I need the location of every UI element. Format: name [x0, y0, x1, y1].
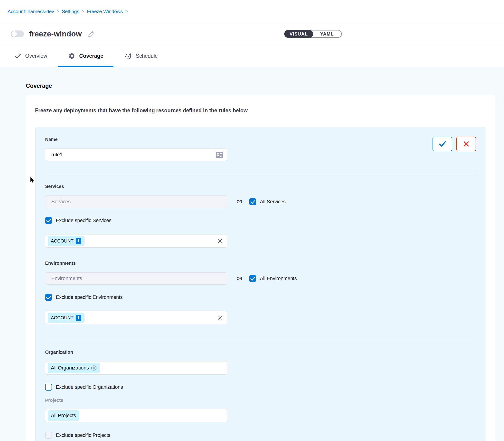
projects-label: Projects [45, 397, 476, 403]
services-input[interactable] [45, 195, 227, 208]
toggle-knob [11, 31, 17, 37]
page-title: freeze-window [29, 30, 82, 38]
tag-count-badge: 1 [76, 315, 81, 321]
freeze-enabled-toggle[interactable] [11, 31, 24, 37]
excluded-environments-input[interactable]: ACCOUNT 1 [45, 311, 227, 324]
tag-label: All Projects [51, 413, 76, 419]
divider [45, 175, 476, 176]
services-label: Services [45, 184, 476, 189]
clear-excluded-environments-icon[interactable] [217, 315, 223, 320]
all-services-checkbox[interactable] [249, 198, 256, 205]
freeze-rule-card: Name [35, 127, 486, 441]
excluded-services-tag[interactable]: ACCOUNT 1 [48, 236, 85, 246]
check-icon [15, 53, 21, 59]
environments-input[interactable] [45, 272, 227, 285]
check-icon [438, 140, 447, 148]
exclude-projects-label: Exclude specific Projects [56, 433, 110, 438]
projects-tag: All Projects [48, 410, 79, 421]
title-bar: freeze-window VISUAL YAML [0, 23, 504, 45]
exclude-environments-label: Exclude specific Environments [56, 295, 123, 300]
all-environments-checkbox[interactable] [249, 275, 256, 282]
exclude-organizations-row: Exclude specific Organizations [45, 384, 476, 391]
exclude-projects-checkbox [45, 432, 52, 439]
remove-organization-tag-icon[interactable] [91, 365, 97, 371]
excluded-services-input[interactable]: ACCOUNT 1 [45, 234, 227, 248]
visual-toggle-button[interactable]: VISUAL [284, 30, 313, 38]
tabs-bar: Overview Coverage Schedule [0, 45, 504, 67]
rule-name-input-field[interactable] [51, 152, 213, 158]
tag-count-badge: 1 [76, 238, 81, 244]
breadcrumb-account-link[interactable]: Account: harness-dev [8, 9, 54, 14]
gear-icon [68, 52, 75, 60]
breadcrumb-settings-link[interactable]: Settings [62, 9, 79, 14]
name-label: Name [45, 137, 227, 142]
exclude-services-label: Exclude specific Services [56, 218, 112, 223]
tab-label: Coverage [79, 53, 103, 59]
tab-label: Overview [25, 53, 47, 59]
tag-label: All Organizations [51, 365, 89, 371]
breadcrumb: Account: harness-dev > Settings > Freeze… [0, 0, 504, 23]
tab-label: Schedule [136, 53, 158, 59]
exclude-organizations-label: Exclude specific Organizations [56, 384, 123, 390]
all-services-row: All Services [249, 198, 286, 205]
exclude-environments-checkbox[interactable] [45, 294, 52, 301]
clock-refresh-icon [125, 52, 132, 60]
environments-label: Environments [45, 260, 476, 266]
tab-schedule[interactable]: Schedule [125, 45, 158, 67]
confirm-rule-button[interactable] [432, 137, 452, 151]
exclude-projects-row: Exclude specific Projects [45, 432, 476, 439]
or-label: OR [237, 199, 242, 205]
all-environments-label: All Environments [260, 276, 297, 282]
breadcrumb-separator: > [57, 9, 59, 14]
environments-input-field[interactable] [51, 275, 222, 282]
divider [45, 340, 476, 340]
exclude-organizations-checkbox[interactable] [45, 384, 52, 391]
tag-label: ACCOUNT [51, 315, 74, 320]
coverage-content: Coverage Freeze any deployments that hav… [0, 67, 504, 441]
excluded-environments-tag[interactable]: ACCOUNT 1 [48, 313, 85, 323]
exclude-services-checkbox[interactable] [45, 217, 52, 224]
coverage-description: Freeze any deployments that have the fol… [35, 108, 486, 114]
delete-rule-button[interactable] [456, 137, 476, 151]
visual-yaml-toggle: VISUAL YAML [284, 30, 342, 38]
organization-input[interactable]: All Organizations [45, 361, 227, 375]
name-id-card-icon [215, 152, 223, 158]
services-input-field[interactable] [51, 199, 222, 205]
all-services-label: All Services [260, 199, 286, 205]
x-icon [463, 141, 470, 147]
breadcrumb-separator: > [82, 9, 85, 14]
rule-name-input[interactable] [45, 149, 227, 161]
clear-excluded-services-icon[interactable] [217, 238, 223, 244]
all-environments-row: All Environments [249, 275, 297, 282]
exclude-environments-row: Exclude specific Environments [45, 294, 476, 301]
tab-coverage[interactable]: Coverage [58, 45, 113, 67]
projects-input[interactable]: All Projects [45, 409, 227, 422]
yaml-toggle-button[interactable]: YAML [313, 31, 342, 37]
organization-tag[interactable]: All Organizations [48, 362, 100, 373]
organization-label: Organization [45, 349, 476, 355]
edit-title-pencil-icon[interactable] [88, 30, 95, 38]
tab-overview[interactable]: Overview [15, 45, 47, 67]
tag-label: ACCOUNT [51, 238, 74, 244]
or-label: OR [237, 276, 242, 281]
breadcrumb-freeze-windows-link[interactable]: Freeze Windows [87, 9, 122, 14]
breadcrumb-separator: > [125, 9, 128, 14]
coverage-card: Freeze any deployments that have the fol… [26, 95, 495, 441]
exclude-services-row: Exclude specific Services [45, 217, 476, 224]
section-title: Coverage [26, 82, 504, 89]
